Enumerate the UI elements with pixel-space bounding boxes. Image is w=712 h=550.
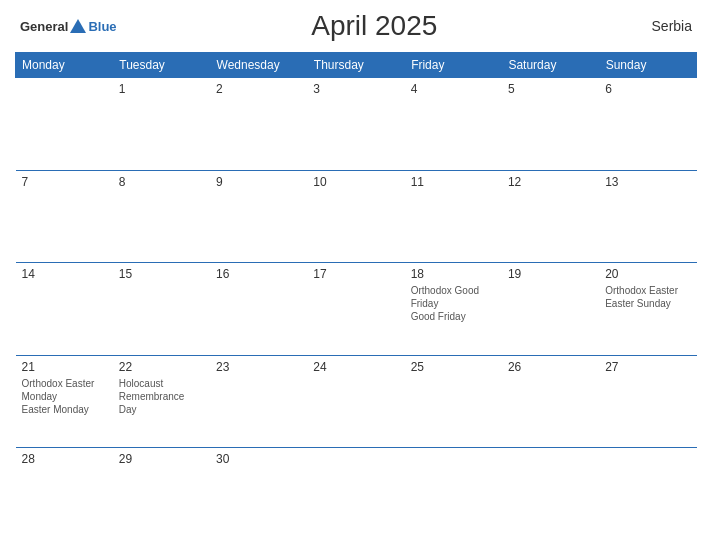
- calendar-cell: 18Orthodox Good FridayGood Friday: [405, 263, 502, 356]
- calendar-week-5: 282930: [16, 448, 697, 541]
- calendar-cell: 26: [502, 355, 599, 448]
- calendar-cell: [405, 448, 502, 541]
- calendar-page: General Blue April 2025 Serbia Monday Tu…: [0, 0, 712, 550]
- day-number: 24: [313, 360, 398, 374]
- calendar-header: General Blue April 2025 Serbia: [15, 10, 697, 42]
- day-number: 20: [605, 267, 690, 281]
- calendar-cell: 12: [502, 170, 599, 263]
- calendar-cell: 6: [599, 78, 696, 171]
- calendar-cell: 21Orthodox Easter MondayEaster Monday: [16, 355, 113, 448]
- event-label: Orthodox Easter Monday: [22, 377, 107, 403]
- calendar-cell: 4: [405, 78, 502, 171]
- calendar-title: April 2025: [117, 10, 632, 42]
- event-label: Orthodox Good Friday: [411, 284, 496, 310]
- event-label: Good Friday: [411, 310, 496, 323]
- calendar-cell: 30: [210, 448, 307, 541]
- logo-general-text: General: [20, 19, 68, 34]
- calendar-week-4: 21Orthodox Easter MondayEaster Monday22H…: [16, 355, 697, 448]
- day-number: 27: [605, 360, 690, 374]
- day-number: 9: [216, 175, 301, 189]
- calendar-cell: 20Orthodox EasterEaster Sunday: [599, 263, 696, 356]
- day-number: 2: [216, 82, 301, 96]
- day-number: 19: [508, 267, 593, 281]
- day-number: 21: [22, 360, 107, 374]
- day-number: 17: [313, 267, 398, 281]
- calendar-week-1: 123456: [16, 78, 697, 171]
- calendar-cell: 11: [405, 170, 502, 263]
- calendar-cell: 27: [599, 355, 696, 448]
- calendar-cell: 19: [502, 263, 599, 356]
- day-number: 14: [22, 267, 107, 281]
- day-number: 1: [119, 82, 204, 96]
- calendar-cell: 7: [16, 170, 113, 263]
- day-number: 18: [411, 267, 496, 281]
- day-number: 4: [411, 82, 496, 96]
- calendar-cell: 24: [307, 355, 404, 448]
- calendar-cell: 15: [113, 263, 210, 356]
- header-thursday: Thursday: [307, 53, 404, 78]
- day-number: 29: [119, 452, 204, 466]
- day-number: 3: [313, 82, 398, 96]
- event-label: Holocaust Remembrance Day: [119, 377, 204, 416]
- header-monday: Monday: [16, 53, 113, 78]
- day-number: 10: [313, 175, 398, 189]
- day-number: 6: [605, 82, 690, 96]
- day-number: 22: [119, 360, 204, 374]
- calendar-body: 123456789101112131415161718Orthodox Good…: [16, 78, 697, 541]
- calendar-cell: 25: [405, 355, 502, 448]
- logo: General Blue: [20, 19, 117, 34]
- calendar-cell: 22Holocaust Remembrance Day: [113, 355, 210, 448]
- calendar-cell: 10: [307, 170, 404, 263]
- calendar-cell: 17: [307, 263, 404, 356]
- logo-triangle-icon: [70, 19, 86, 33]
- day-number: 13: [605, 175, 690, 189]
- day-number: 11: [411, 175, 496, 189]
- header-row: Monday Tuesday Wednesday Thursday Friday…: [16, 53, 697, 78]
- day-number: 7: [22, 175, 107, 189]
- calendar-cell: [16, 78, 113, 171]
- calendar-cell: 13: [599, 170, 696, 263]
- header-wednesday: Wednesday: [210, 53, 307, 78]
- calendar-cell: 14: [16, 263, 113, 356]
- header-saturday: Saturday: [502, 53, 599, 78]
- header-friday: Friday: [405, 53, 502, 78]
- calendar-cell: 5: [502, 78, 599, 171]
- event-label: Easter Sunday: [605, 297, 690, 310]
- calendar-cell: 29: [113, 448, 210, 541]
- calendar-cell: 8: [113, 170, 210, 263]
- calendar-cell: [502, 448, 599, 541]
- logo-blue-text: Blue: [88, 19, 116, 34]
- calendar-cell: [599, 448, 696, 541]
- day-number: 25: [411, 360, 496, 374]
- day-number: 28: [22, 452, 107, 466]
- calendar-cell: 1: [113, 78, 210, 171]
- day-number: 15: [119, 267, 204, 281]
- calendar-cell: 28: [16, 448, 113, 541]
- event-label: Easter Monday: [22, 403, 107, 416]
- day-number: 12: [508, 175, 593, 189]
- calendar-week-3: 1415161718Orthodox Good FridayGood Frida…: [16, 263, 697, 356]
- country-label: Serbia: [632, 18, 692, 34]
- event-label: Orthodox Easter: [605, 284, 690, 297]
- calendar-cell: 2: [210, 78, 307, 171]
- header-sunday: Sunday: [599, 53, 696, 78]
- calendar-cell: 23: [210, 355, 307, 448]
- day-number: 16: [216, 267, 301, 281]
- day-number: 23: [216, 360, 301, 374]
- day-number: 5: [508, 82, 593, 96]
- calendar-week-2: 78910111213: [16, 170, 697, 263]
- header-tuesday: Tuesday: [113, 53, 210, 78]
- calendar-cell: [307, 448, 404, 541]
- calendar-cell: 16: [210, 263, 307, 356]
- day-number: 30: [216, 452, 301, 466]
- calendar-cell: 9: [210, 170, 307, 263]
- calendar-table: Monday Tuesday Wednesday Thursday Friday…: [15, 52, 697, 540]
- day-number: 26: [508, 360, 593, 374]
- calendar-cell: 3: [307, 78, 404, 171]
- day-number: 8: [119, 175, 204, 189]
